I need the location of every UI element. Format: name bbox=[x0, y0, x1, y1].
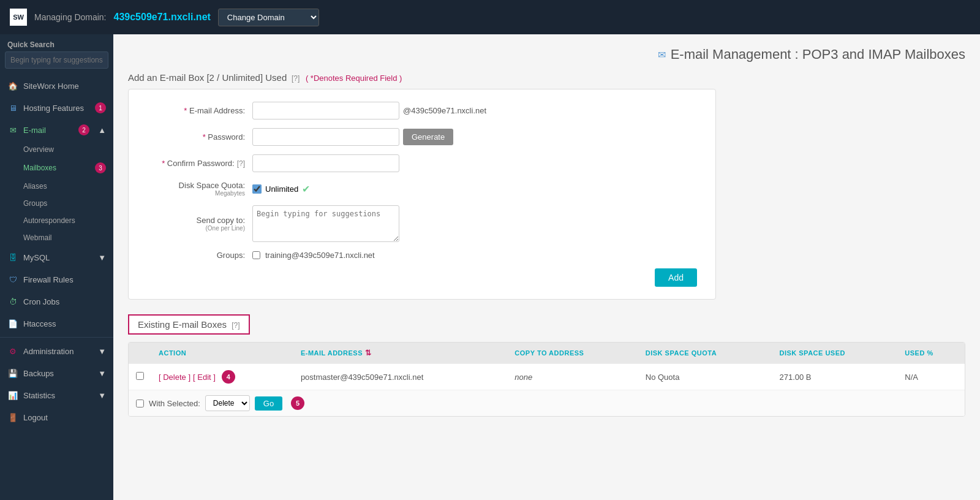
with-selected-checkbox[interactable] bbox=[136, 400, 144, 407]
email-address-input[interactable] bbox=[252, 102, 399, 119]
sidebar-item-mysql[interactable]: 🗄 MySQL ▼ bbox=[0, 246, 113, 268]
col-disk-used: DISK SPACE USED bbox=[772, 343, 897, 364]
top-bar: SW Managing Domain: 439c509e71.nxcli.net… bbox=[0, 0, 980, 34]
app-logo: SW bbox=[10, 9, 27, 26]
sidebar-sub-item-autoresponders[interactable]: Autoresponders bbox=[0, 212, 113, 229]
mailboxes-badge: 3 bbox=[95, 162, 106, 173]
send-copy-row: Send copy to: (One per Line) bbox=[147, 205, 697, 242]
confirm-password-row: * Confirm Password:[?] bbox=[147, 154, 697, 172]
change-domain-select[interactable]: Change Domain 439c509e71.nxcli.net bbox=[218, 9, 319, 26]
password-input[interactable] bbox=[252, 128, 399, 146]
sidebar-label-firewall-rules: Firewall Rules bbox=[23, 275, 74, 284]
delete-link[interactable]: [ Delete ] bbox=[159, 373, 190, 382]
action-links: [ Delete ] [ Edit ] 4 bbox=[159, 370, 235, 384]
sidebar-item-hosting-features[interactable]: 🖥 Hosting Features 1 bbox=[0, 97, 113, 119]
disk-quota-row: Disk Space Quota: Megabytes Unlimited ✔ bbox=[147, 181, 697, 197]
sidebar-label-logout: Logout bbox=[23, 413, 48, 422]
col-action: ACTION bbox=[151, 343, 293, 364]
password-label: * Password: bbox=[147, 132, 245, 142]
table-container: ACTION E-MAIL ADDRESS ⇅ COPY TO ADDRESS … bbox=[128, 342, 965, 417]
domain-name: 439c509e71.nxcli.net bbox=[114, 12, 211, 23]
sidebar-item-statistics[interactable]: 📊 Statistics ▼ bbox=[0, 384, 113, 406]
groups-control: training@439c509e71.nxcli.net bbox=[252, 251, 697, 260]
send-copy-control bbox=[252, 205, 697, 242]
unlimited-checkbox[interactable] bbox=[252, 184, 262, 194]
table-header: ACTION E-MAIL ADDRESS ⇅ COPY TO ADDRESS … bbox=[129, 343, 965, 364]
sidebar-label-siteworx-home: SiteWorx Home bbox=[23, 81, 79, 91]
email-badge: 2 bbox=[78, 124, 89, 135]
add-button[interactable]: Add bbox=[655, 268, 697, 287]
col-copy-to: COPY TO ADDRESS bbox=[507, 343, 638, 364]
cron-icon: ⏱ bbox=[7, 296, 18, 307]
hosting-badge: 1 bbox=[95, 102, 106, 113]
sidebar-label-email: E-mail bbox=[23, 126, 46, 135]
row-used-pct: N/A bbox=[905, 373, 918, 382]
logout-icon: 🚪 bbox=[7, 412, 18, 423]
go-button[interactable]: Go bbox=[255, 396, 282, 411]
existing-section-label: Existing E-mail Boxes bbox=[138, 319, 227, 330]
sidebar-item-htaccess[interactable]: 📄 Htaccess bbox=[0, 312, 113, 335]
sidebar-item-administration[interactable]: ⚙ Administration ▼ bbox=[0, 340, 113, 362]
with-selected-row: With Selected: Delete Go 5 bbox=[129, 390, 965, 416]
sidebar-item-email[interactable]: ✉ E-mail 2 ▲ bbox=[0, 119, 113, 141]
password-row: * Password: Generate bbox=[147, 128, 697, 146]
groups-checkbox-group: training@439c509e71.nxcli.net bbox=[252, 251, 375, 260]
sidebar-label-statistics: Statistics bbox=[23, 391, 55, 400]
stats-icon: 📊 bbox=[7, 390, 18, 401]
confirm-password-control bbox=[252, 154, 697, 172]
sidebar-sub-item-groups[interactable]: Groups bbox=[0, 195, 113, 212]
sidebar-sub-item-webmail[interactable]: Webmail bbox=[0, 229, 113, 246]
email-address-control: @439c509e71.nxcli.net bbox=[252, 102, 697, 119]
sidebar-item-backups[interactable]: 💾 Backups ▼ bbox=[0, 362, 113, 384]
page-title: E-mail Management : POP3 and IMAP Mailbo… bbox=[671, 47, 965, 63]
col-email: E-MAIL ADDRESS ⇅ bbox=[293, 343, 507, 364]
row-checkbox[interactable] bbox=[136, 372, 144, 380]
unlimited-label: Unlimited bbox=[265, 184, 298, 194]
add-button-container: Add bbox=[147, 268, 697, 287]
row-used-pct-cell: N/A bbox=[897, 364, 965, 390]
sidebar-sub-item-overview[interactable]: Overview bbox=[0, 141, 113, 158]
sidebar-label-administration: Administration bbox=[23, 347, 74, 356]
row-disk-quota-cell: No Quota bbox=[638, 364, 772, 390]
email-domain-suffix: @439c509e71.nxcli.net bbox=[403, 106, 486, 115]
sidebar-sub-label-mailboxes: Mailboxes bbox=[23, 164, 56, 172]
col-disk-quota: DISK SPACE QUOTA bbox=[638, 343, 772, 364]
add-section-header: Add an E-mail Box [2 / Unlimited] Used [… bbox=[128, 72, 965, 83]
sidebar-sub-item-mailboxes[interactable]: Mailboxes 3 bbox=[0, 158, 113, 178]
existing-section-title: Existing E-mail Boxes [?] bbox=[128, 314, 250, 335]
layout: Quick Search 🏠 SiteWorx Home 🖥 Hosting F… bbox=[0, 34, 980, 500]
email-icon: ✉ bbox=[7, 124, 18, 135]
unlimited-checkbox-group: Unlimited ✔ bbox=[252, 183, 310, 195]
sidebar-label-hosting-features: Hosting Features bbox=[23, 104, 84, 113]
generate-button[interactable]: Generate bbox=[403, 129, 453, 145]
sidebar-sub-label-webmail: Webmail bbox=[23, 233, 51, 242]
sidebar-item-cron-jobs[interactable]: ⏱ Cron Jobs bbox=[0, 290, 113, 312]
groups-checkbox[interactable] bbox=[252, 251, 260, 259]
sidebar-sub-label-autoresponders: Autoresponders bbox=[23, 216, 75, 225]
page-title-icon: ✉ bbox=[658, 49, 666, 61]
send-copy-textarea[interactable] bbox=[252, 205, 399, 242]
groups-row: Groups: training@439c509e71.nxcli.net bbox=[147, 251, 697, 260]
sidebar-item-logout[interactable]: 🚪 Logout bbox=[0, 406, 113, 428]
sidebar-search-input[interactable] bbox=[5, 51, 108, 69]
go-step-badge: 5 bbox=[291, 396, 304, 410]
sidebar-item-siteworx-home[interactable]: 🏠 SiteWorx Home bbox=[0, 75, 113, 97]
col-checkbox bbox=[129, 343, 151, 364]
sidebar-item-firewall-rules[interactable]: 🛡 Firewall Rules bbox=[0, 268, 113, 290]
home-icon: 🏠 bbox=[7, 80, 18, 91]
sidebar-label-cron-jobs: Cron Jobs bbox=[23, 297, 59, 306]
row-disk-quota: No Quota bbox=[646, 373, 680, 382]
main-content: ✉ E-mail Management : POP3 and IMAP Mail… bbox=[113, 34, 980, 500]
domain-label: Managing Domain: bbox=[34, 12, 107, 22]
col-used-pct: USED % bbox=[897, 343, 965, 364]
confirm-password-input[interactable] bbox=[252, 154, 399, 172]
email-sort-icon: ⇅ bbox=[365, 349, 372, 357]
sidebar-sub-item-aliases[interactable]: Aliases bbox=[0, 178, 113, 195]
row-copy-to: none bbox=[514, 373, 532, 382]
row-email: postmaster@439c509e71.nxcli.net bbox=[301, 373, 423, 382]
with-selected-select[interactable]: Delete bbox=[205, 395, 250, 411]
disk-quota-label: Disk Space Quota: Megabytes bbox=[147, 181, 245, 197]
table-row: [ Delete ] [ Edit ] 4 postmaster@439c509… bbox=[129, 364, 965, 390]
edit-link[interactable]: [ Edit ] bbox=[193, 373, 216, 382]
sidebar-sub-label-groups: Groups bbox=[23, 199, 47, 208]
